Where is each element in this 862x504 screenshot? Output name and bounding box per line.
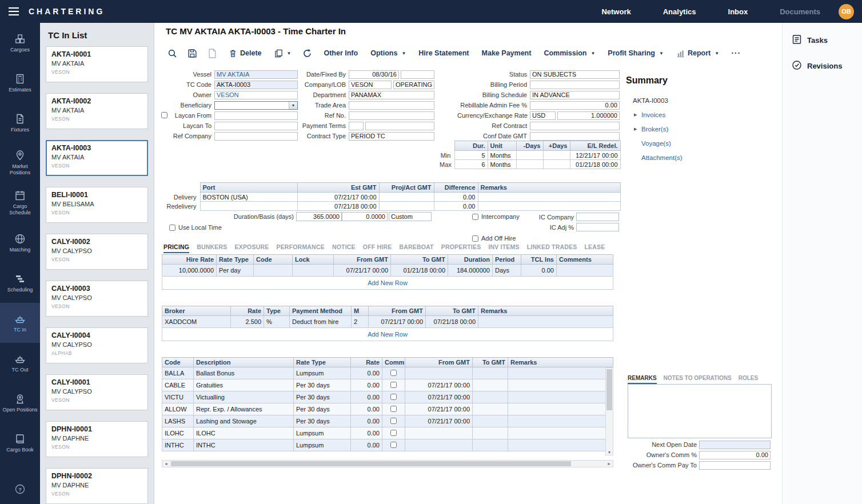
next-open-date-field[interactable] — [699, 441, 771, 449]
lob-field[interactable]: OPERATING — [393, 81, 434, 89]
cell[interactable]: 07/21/17 00:00 — [405, 415, 473, 427]
basis-field[interactable]: 0.0000 — [342, 212, 388, 221]
broker-add-new-row-link[interactable]: Add New Row — [162, 329, 613, 341]
company-field[interactable]: VESON — [349, 81, 392, 89]
ref-contract-field[interactable] — [530, 122, 620, 130]
cell[interactable] — [478, 193, 620, 202]
checkbox-cell[interactable] — [382, 403, 405, 415]
cell[interactable] — [473, 367, 508, 379]
duration-mode-field[interactable]: Custom — [389, 212, 432, 221]
cell[interactable] — [478, 202, 620, 211]
cell[interactable]: Max — [437, 160, 454, 169]
cell[interactable]: Delivery — [160, 193, 200, 202]
cell[interactable]: Ballast Bonus — [194, 367, 294, 379]
cell[interactable]: 07/21/17 00:00 — [334, 265, 391, 277]
rail-item[interactable]: Cargoes — [0, 23, 40, 63]
cell[interactable]: ALLOW — [162, 403, 194, 415]
tc-list-item[interactable]: DPHN-I0001 MV DAPHNE VESON — [46, 421, 148, 457]
cell[interactable]: 2 — [352, 316, 369, 328]
tab[interactable]: BAREBOAT — [399, 243, 433, 253]
remarks-tab[interactable]: NOTES TO OPERATIONS — [664, 375, 732, 384]
cell[interactable]: 01/21/18 00:00 — [570, 160, 620, 169]
cell[interactable]: INTHC — [162, 439, 194, 451]
department-field[interactable]: PANAMAX — [349, 91, 434, 99]
cell[interactable] — [508, 439, 613, 451]
horizontal-scrollbar[interactable]: ◄ ► — [162, 460, 613, 467]
laycan-checkbox[interactable] — [161, 112, 167, 118]
table-row[interactable]: XADDCOM2.500%Deduct from hire207/21/17 0… — [162, 316, 613, 328]
table-row[interactable]: BALLABallast BonusLumpsum0.00 — [162, 367, 613, 379]
cell[interactable]: 10,000.0000 — [162, 265, 217, 277]
tab[interactable]: PROPERTIES — [441, 243, 481, 253]
cell[interactable]: 0.00 — [351, 439, 382, 451]
cell[interactable]: VICTU — [162, 391, 194, 403]
add-off-hire-checkbox[interactable] — [472, 235, 478, 242]
cell[interactable]: Per 30 days — [294, 415, 351, 427]
cell[interactable] — [254, 265, 293, 277]
cell[interactable]: 0.00 — [521, 265, 557, 277]
cell[interactable]: 0.00 — [434, 193, 478, 202]
more-options-button[interactable]: ··· — [731, 49, 741, 58]
tc-list-item[interactable]: AKTA-I0002 MV AKTAIA VESON — [46, 93, 148, 129]
tab[interactable]: LEASE — [584, 243, 605, 253]
cell[interactable]: Per day — [217, 265, 254, 277]
cell[interactable]: 184.000000 — [448, 265, 493, 277]
help-icon[interactable]: ? — [0, 477, 40, 504]
cell[interactable]: 0.00 — [351, 391, 382, 403]
date-field[interactable]: 08/30/16 — [349, 70, 399, 79]
cell[interactable]: 07/21/18 00:00 — [426, 316, 478, 328]
tc-list-item[interactable]: CALY-I0003 MV CALYPSO VESON — [46, 281, 148, 317]
delete-button[interactable]: Delete — [229, 49, 262, 58]
use-local-time-checkbox[interactable] — [169, 225, 175, 231]
vertical-scrollbar[interactable]: ▼ — [605, 367, 613, 455]
rail-item[interactable]: Market Positions — [0, 143, 40, 183]
tc-list-item[interactable]: CALY-I0002 MV CALYPSO VESON — [46, 234, 148, 270]
scrollbar-thumb[interactable] — [171, 461, 571, 466]
remarks-textarea[interactable] — [628, 384, 772, 438]
checkbox-cell[interactable] — [382, 415, 405, 427]
cell[interactable] — [508, 367, 613, 379]
cell[interactable]: Repr. Exp. / Allowances — [194, 403, 294, 415]
row-checkbox[interactable] — [390, 442, 397, 448]
options-button[interactable]: Options▼ — [370, 49, 406, 57]
cell[interactable] — [508, 379, 613, 391]
ref-no-field[interactable] — [349, 111, 434, 120]
cell[interactable]: Redelivery — [160, 202, 200, 211]
other-info-button[interactable]: Other Info — [324, 49, 358, 57]
rail-item[interactable]: Cargo Book — [0, 423, 40, 463]
table-row[interactable]: Max6Months01/21/18 00:00 — [437, 160, 620, 169]
hire-statement-button[interactable]: Hire Statement — [418, 49, 469, 57]
cell[interactable]: 0.00 — [351, 427, 382, 439]
cell[interactable] — [473, 379, 508, 391]
cell[interactable] — [473, 427, 508, 439]
expander-icon[interactable]: ▶ — [634, 113, 637, 117]
cell[interactable] — [405, 439, 473, 451]
row-checkbox[interactable] — [390, 430, 397, 436]
duration-field[interactable]: 365.0000 — [296, 212, 342, 221]
cell[interactable] — [473, 391, 508, 403]
cell[interactable]: Days — [493, 265, 521, 277]
cell[interactable]: 07/21/17 00:00 — [405, 379, 473, 391]
scroll-down-arrow[interactable]: ▼ — [606, 450, 613, 454]
cell[interactable]: Lumpsum — [294, 367, 351, 379]
table-row[interactable]: LASHSLashing and StowagePer 30 days0.000… — [162, 415, 613, 427]
tc-list-item[interactable]: AKTA-I0001 MV AKTAIA VESON — [46, 46, 148, 82]
cell[interactable]: 07/21/17 00:00 — [405, 403, 473, 415]
cell[interactable] — [508, 415, 613, 427]
nav-item[interactable]: Network — [585, 7, 646, 16]
table-row[interactable]: 10,000.0000Per day07/21/17 00:0001/21/18… — [162, 265, 613, 277]
conf-date-gmt-field[interactable] — [530, 132, 620, 141]
cell[interactable]: 07/21/17 00:00 — [297, 193, 379, 202]
cell[interactable]: ILOHC — [194, 427, 294, 439]
table-row[interactable]: ILOHCILOHCLumpsum0.00 — [162, 427, 613, 439]
cell[interactable]: Deduct from hire — [290, 316, 352, 328]
menu-icon[interactable] — [8, 7, 19, 16]
checkbox-cell[interactable] — [382, 391, 405, 403]
cell[interactable]: 07/21/17 00:00 — [405, 391, 473, 403]
profit-sharing-button[interactable]: Profit Sharing▼ — [608, 49, 664, 57]
cell[interactable]: BALLA — [162, 367, 194, 379]
payment-terms-field[interactable] — [365, 122, 434, 130]
summary-link[interactable]: ▶ Invoices — [641, 111, 772, 118]
tab[interactable]: LINKED TRADES — [527, 243, 577, 253]
row-checkbox[interactable] — [390, 418, 397, 424]
